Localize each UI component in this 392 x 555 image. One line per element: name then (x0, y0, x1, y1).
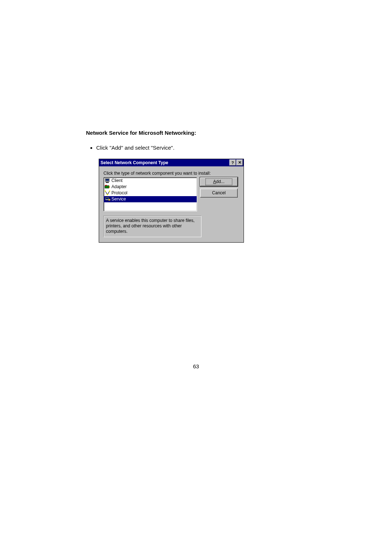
svg-rect-3 (105, 186, 109, 188)
list-item-client[interactable]: Client (104, 178, 197, 184)
svg-rect-2 (106, 182, 109, 183)
titlebar: Select Network Component Type ? ✕ (99, 159, 244, 166)
help-icon: ? (232, 161, 234, 165)
svg-point-15 (109, 199, 110, 200)
body-row: Client Adapter Protocol (103, 177, 240, 211)
list-item-label: Service (111, 197, 126, 202)
page-number: 63 (0, 363, 392, 369)
list-item-label: Protocol (111, 190, 127, 195)
description-box: A service enables this computer to share… (103, 216, 201, 237)
svg-rect-13 (106, 198, 109, 199)
dialog-window: Select Network Component Type ? ✕ Click … (99, 159, 244, 243)
dialog-title: Select Network Component Type (101, 160, 229, 165)
close-icon: ✕ (238, 160, 241, 165)
svg-rect-6 (109, 187, 110, 188)
protocol-icon (105, 190, 110, 196)
list-item-label: Adapter (111, 184, 127, 189)
svg-rect-4 (105, 185, 107, 186)
client-icon (105, 178, 110, 183)
svg-point-11 (107, 194, 108, 195)
bullet-item: Click "Add" and select "Service". (96, 144, 235, 152)
bullet-list: Click "Add" and select "Service". (86, 144, 235, 152)
dialog-body: Click the type of network component you … (99, 166, 244, 242)
component-listbox[interactable]: Client Adapter Protocol (103, 177, 197, 211)
list-item-service[interactable]: Service (104, 196, 197, 202)
adapter-icon (105, 184, 110, 190)
help-button[interactable]: ? (229, 159, 236, 166)
svg-point-10 (109, 190, 110, 192)
svg-rect-5 (109, 186, 110, 187)
list-item-adapter[interactable]: Adapter (104, 184, 197, 190)
svg-point-9 (105, 190, 106, 192)
cancel-button[interactable]: Cancel (200, 189, 238, 198)
button-column: Add... Cancel (200, 177, 238, 198)
close-button[interactable]: ✕ (236, 159, 243, 166)
service-icon (105, 196, 110, 202)
instruction-text: Click the type of network component you … (103, 171, 240, 176)
list-item-label: Client (111, 178, 123, 183)
section-heading: Network Service for Microsoft Networking… (86, 130, 235, 136)
add-button[interactable]: Add... (200, 177, 238, 186)
document-content: Network Service for Microsoft Networking… (86, 130, 235, 243)
svg-rect-1 (106, 179, 109, 181)
list-item-protocol[interactable]: Protocol (104, 190, 197, 196)
